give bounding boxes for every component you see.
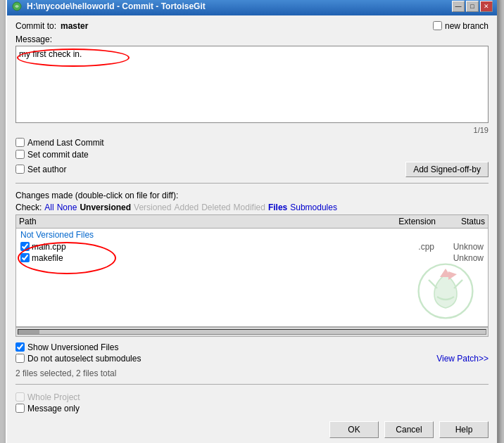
scrollbar-thumb	[18, 330, 39, 334]
window-title: H:\mycode\helloworld - Commit - Tortoise…	[27, 1, 206, 11]
maximize-button[interactable]: □	[466, 1, 479, 12]
set-author-checkbox[interactable]	[15, 165, 25, 174]
main-content: Commit to: master new branch Message: my…	[7, 15, 497, 444]
ok-button[interactable]: OK	[329, 421, 379, 438]
set-author-label: Set author	[27, 165, 66, 174]
table-row: main.cpp .cpp Unknow	[16, 241, 488, 252]
table-row: makefile Unknow	[16, 252, 488, 264]
do-not-autoselect-checkbox[interactable]	[15, 354, 25, 363]
commit-date-row: Set commit date	[15, 150, 89, 160]
commit-date-label: Set commit date	[27, 150, 89, 160]
title-bar: H:\mycode\helloworld - Commit - Tortoise…	[7, 0, 497, 15]
main-window: H:\mycode\helloworld - Commit - Tortoise…	[6, 0, 498, 443]
project-options: Whole Project Message only	[15, 392, 489, 413]
filter-all[interactable]: All	[44, 203, 53, 212]
file-name-makefile: makefile	[32, 253, 378, 263]
file-status-maincpp: Unknow	[434, 242, 484, 252]
filter-versioned[interactable]: Versioned	[134, 203, 171, 212]
commit-to-left: Commit to: master	[15, 21, 88, 31]
char-count: 1/19	[15, 126, 489, 134]
commit-date-checkbox[interactable]	[15, 150, 25, 159]
horizontal-scrollbar[interactable]	[15, 327, 489, 337]
message-only-label: Message only	[27, 404, 80, 413]
close-button[interactable]: ✕	[480, 1, 493, 12]
view-patch-link[interactable]: View Patch>>	[436, 354, 489, 364]
tortoise-watermark	[417, 263, 474, 319]
new-branch-checkbox[interactable]	[433, 21, 442, 30]
col-ext-header: Extension	[379, 217, 436, 226]
cancel-button[interactable]: Cancel	[384, 421, 434, 438]
new-branch-row: new branch	[433, 21, 489, 31]
file-group-not-versioned: Not Versioned Files	[16, 229, 488, 241]
file-check-maincpp[interactable]	[20, 242, 30, 251]
filter-submodules[interactable]: Submodules	[290, 203, 337, 212]
message-container: my first check in.	[15, 46, 489, 125]
check-label: Check:	[15, 203, 42, 212]
col-status-header: Status	[436, 217, 485, 226]
do-not-autoselect-row: Do not autoselect submodules	[15, 354, 141, 364]
do-not-autoselect-label: Do not autoselect submodules	[27, 354, 141, 364]
signed-off-row: Add Signed-off-by	[405, 162, 489, 177]
divider-1	[15, 183, 489, 184]
file-ext-maincpp: .cpp	[378, 242, 434, 252]
filter-unversioned[interactable]: Unversioned	[80, 203, 131, 212]
filter-files[interactable]: Files	[268, 203, 287, 212]
filter-none[interactable]: None	[57, 203, 77, 212]
file-row-makefile: makefile	[20, 253, 378, 263]
changes-section: Changes made (double-click on file for d…	[15, 191, 489, 337]
commit-to-value: master	[61, 21, 88, 31]
message-only-row: Message only	[15, 404, 489, 413]
message-label: Message:	[15, 34, 489, 44]
svg-marker-3	[448, 271, 457, 280]
app-icon	[11, 1, 23, 12]
whole-project-label: Whole Project	[27, 392, 80, 402]
filter-deleted[interactable]: Deleted	[201, 203, 230, 212]
filter-row: Check: All None Unversioned Versioned Ad…	[15, 203, 489, 212]
table-header: Path Extension Status	[16, 215, 488, 229]
help-button[interactable]: Help	[439, 421, 489, 438]
file-check-makefile[interactable]	[20, 253, 30, 262]
file-status-makefile: Unknow	[434, 253, 484, 263]
file-row-maincpp: main.cpp	[20, 242, 378, 252]
col-path-header: Path	[19, 217, 379, 226]
filter-added[interactable]: Added	[174, 203, 199, 212]
amend-checkbox[interactable]	[15, 138, 25, 147]
message-section: Message: my first check in. 1/19	[15, 34, 489, 134]
scrollbar-track	[18, 329, 486, 335]
changes-label: Changes made (double-click on file for d…	[15, 191, 489, 200]
title-bar-controls: — □ ✕	[452, 1, 493, 12]
add-signed-off-button[interactable]: Add Signed-off-by	[405, 162, 489, 177]
amend-label: Amend Last Commit	[27, 138, 104, 148]
title-bar-left: H:\mycode\helloworld - Commit - Tortoise…	[11, 1, 206, 12]
svg-marker-2	[440, 269, 451, 277]
minimize-button[interactable]: —	[452, 1, 465, 12]
amend-row: Amend Last Commit	[15, 138, 489, 148]
bottom-options: Show Unversioned Files Do not autoselect…	[15, 342, 489, 364]
message-textarea[interactable]: my first check in.	[15, 46, 489, 123]
divider-2	[15, 384, 489, 385]
filter-modified[interactable]: Modified	[234, 203, 265, 212]
whole-project-checkbox	[15, 392, 25, 402]
file-table: Path Extension Status Not Versioned File…	[15, 214, 489, 327]
show-unversioned-label: Show Unversioned Files	[27, 342, 118, 352]
svg-point-1	[419, 264, 473, 318]
file-name-maincpp: main.cpp	[32, 242, 378, 252]
new-branch-label: new branch	[445, 21, 489, 31]
status-bar: 2 files selected, 2 files total	[15, 368, 489, 378]
message-only-checkbox[interactable]	[15, 404, 25, 413]
status-text: 2 files selected, 2 files total	[15, 368, 116, 378]
commit-to-label: Commit to:	[15, 21, 56, 31]
set-author-row: Set author	[15, 165, 66, 174]
commit-to-row: Commit to: master new branch	[15, 21, 489, 31]
show-unversioned-row: Show Unversioned Files	[15, 342, 118, 352]
whole-project-row: Whole Project	[15, 392, 489, 402]
bottom-buttons: OK Cancel Help	[15, 421, 489, 441]
show-unversioned-checkbox[interactable]	[15, 342, 25, 352]
options-row: Amend Last Commit Set commit date Set au…	[15, 138, 489, 177]
